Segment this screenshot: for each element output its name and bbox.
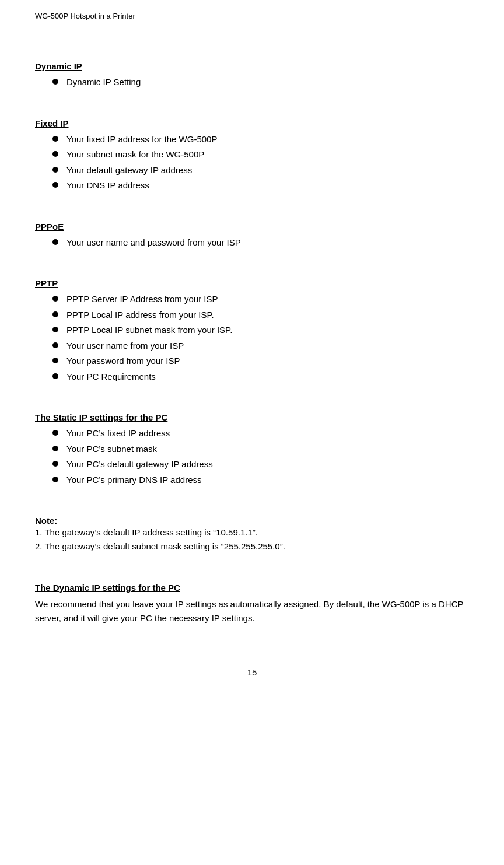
section-pppoe: PPPoE Your user name and password from y… bbox=[35, 222, 469, 250]
bullet-text: PPTP Local IP subnet mask from your ISP. bbox=[66, 324, 232, 337]
list-item: Your PC’s subnet mask bbox=[52, 443, 469, 456]
section-title-dynamic-ip-pc: The Dynamic IP settings for the PC bbox=[35, 583, 469, 593]
list-item: Your DNS IP address bbox=[52, 179, 469, 192]
bullet-text: Your PC’s fixed IP address bbox=[66, 427, 170, 440]
bullet-text: PPTP Server IP Address from your ISP bbox=[66, 293, 218, 306]
note-line-1: 1. The gateway’s default IP address sett… bbox=[35, 526, 469, 540]
section-fixed-ip: Fixed IP Your fixed IP address for the W… bbox=[35, 118, 469, 192]
list-item: Your user name from your ISP bbox=[52, 339, 469, 353]
bullet-text: Your user name from your ISP bbox=[66, 339, 184, 353]
list-item: Your PC Requirements bbox=[52, 370, 469, 384]
bullet-text: Your user name and password from your IS… bbox=[66, 236, 241, 250]
header-title: WG-500P Hotspot in a Printer bbox=[35, 12, 135, 20]
list-item: Your fixed IP address for the WG-500P bbox=[52, 133, 469, 146]
bullet-icon bbox=[52, 446, 58, 451]
dynamic-ip-pc-text: We recommend that you leave your IP sett… bbox=[35, 597, 469, 625]
bullet-icon bbox=[52, 342, 58, 348]
list-item: Dynamic IP Setting bbox=[52, 76, 469, 89]
bullet-text: Your PC Requirements bbox=[66, 370, 156, 384]
section-title-dynamic-ip: Dynamic IP bbox=[35, 61, 469, 71]
bullet-list-pppoe: Your user name and password from your IS… bbox=[52, 236, 469, 250]
section-pptp: PPTP PPTP Server IP Address from your IS… bbox=[35, 278, 469, 383]
list-item: Your PC’s primary DNS IP address bbox=[52, 474, 469, 487]
bullet-text: Your PC’s primary DNS IP address bbox=[66, 474, 201, 487]
bullet-icon bbox=[52, 358, 58, 363]
bullet-icon bbox=[52, 461, 58, 467]
note-section: Note: 1. The gateway’s default IP addres… bbox=[35, 516, 469, 554]
note-line-2: 2. The gateway’s default subnet mask set… bbox=[35, 540, 469, 554]
section-dynamic-ip-pc: The Dynamic IP settings for the PC We re… bbox=[35, 583, 469, 625]
bullet-icon bbox=[52, 430, 58, 436]
bullet-list-pptp: PPTP Server IP Address from your ISP PPT… bbox=[52, 293, 469, 383]
bullet-text: Dynamic IP Setting bbox=[66, 76, 141, 89]
bullet-icon bbox=[52, 296, 58, 302]
bullet-icon bbox=[52, 373, 58, 379]
list-item: PPTP Local IP address from your ISP. bbox=[52, 309, 469, 322]
bullet-text: Your DNS IP address bbox=[66, 179, 149, 192]
bullet-icon bbox=[52, 477, 58, 482]
bullet-text: Your PC’s default gateway IP address bbox=[66, 458, 213, 471]
section-title-static-ip-pc: The Static IP settings for the PC bbox=[35, 412, 469, 422]
bullet-list-fixed-ip: Your fixed IP address for the WG-500P Yo… bbox=[52, 133, 469, 192]
bullet-text: Your subnet mask for the WG-500P bbox=[66, 148, 204, 162]
section-title-fixed-ip: Fixed IP bbox=[35, 118, 469, 128]
list-item: Your user name and password from your IS… bbox=[52, 236, 469, 250]
bullet-text: Your PC’s subnet mask bbox=[66, 443, 157, 456]
bullet-icon bbox=[52, 311, 58, 317]
bullet-text: PPTP Local IP address from your ISP. bbox=[66, 309, 214, 322]
bullet-icon bbox=[52, 239, 58, 245]
bullet-icon bbox=[52, 136, 58, 142]
page-header: WG-500P Hotspot in a Printer bbox=[35, 12, 469, 20]
page-number: 15 bbox=[35, 667, 469, 677]
note-label: Note: bbox=[35, 516, 469, 526]
list-item: PPTP Local IP subnet mask from your ISP. bbox=[52, 324, 469, 337]
list-item: Your subnet mask for the WG-500P bbox=[52, 148, 469, 162]
bullet-text: Your password from your ISP bbox=[66, 355, 180, 368]
section-title-pppoe: PPPoE bbox=[35, 222, 469, 232]
bullet-text: Your fixed IP address for the WG-500P bbox=[66, 133, 217, 146]
bullet-icon bbox=[52, 327, 58, 332]
list-item: Your default gateway IP address bbox=[52, 164, 469, 177]
bullet-list-dynamic-ip: Dynamic IP Setting bbox=[52, 76, 469, 89]
bullet-icon bbox=[52, 167, 58, 173]
list-item: Your PC’s default gateway IP address bbox=[52, 458, 469, 471]
section-static-ip-pc: The Static IP settings for the PC Your P… bbox=[35, 412, 469, 486]
bullet-icon bbox=[52, 182, 58, 188]
section-dynamic-ip: Dynamic IP Dynamic IP Setting bbox=[35, 61, 469, 89]
section-title-pptp: PPTP bbox=[35, 278, 469, 288]
list-item: Your password from your ISP bbox=[52, 355, 469, 368]
bullet-icon bbox=[52, 79, 58, 85]
bullet-list-static-ip-pc: Your PC’s fixed IP address Your PC’s sub… bbox=[52, 427, 469, 486]
bullet-icon bbox=[52, 151, 58, 157]
bullet-text: Your default gateway IP address bbox=[66, 164, 192, 177]
list-item: Your PC’s fixed IP address bbox=[52, 427, 469, 440]
list-item: PPTP Server IP Address from your ISP bbox=[52, 293, 469, 306]
